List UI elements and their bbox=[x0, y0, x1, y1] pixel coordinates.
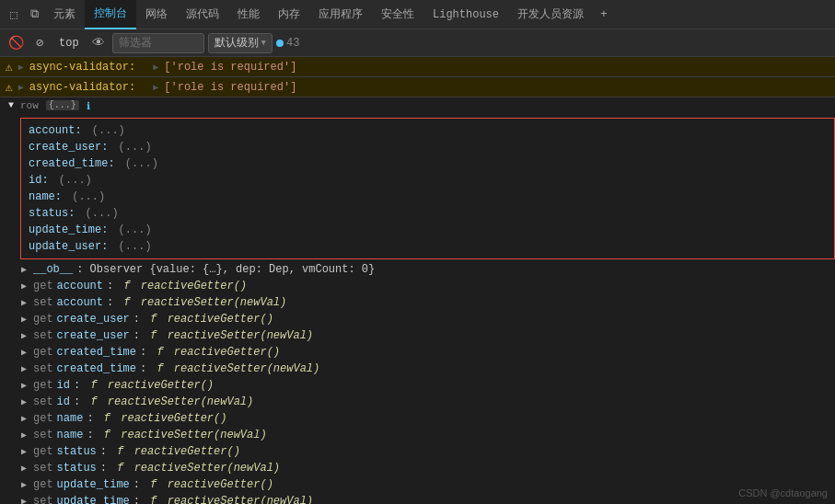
obj-field-update_user: update_user: (...) bbox=[29, 238, 827, 255]
tab-application[interactable]: 应用程序 bbox=[309, 0, 372, 29]
level-dropdown[interactable]: 默认级别 ▼ bbox=[208, 33, 273, 53]
warning-row-2: ⚠ ▶ async-validator: ▶ ['role is require… bbox=[0, 77, 835, 97]
warning-value-1: ['role is required'] bbox=[164, 61, 296, 74]
expand-arrow-2[interactable]: ▶ bbox=[153, 62, 158, 73]
row-expand-arrow[interactable]: ▼ bbox=[6, 100, 17, 110]
set-create_user-arrow[interactable]: ▶ bbox=[18, 330, 29, 341]
line-get-status: ▶ get status : f reactiveGetter() bbox=[0, 443, 835, 460]
tab-security[interactable]: 安全性 bbox=[372, 0, 423, 29]
badge-dot bbox=[276, 40, 284, 47]
top-nav: ⬚ ⧉ 元素 控制台 网络 源代码 性能 内存 应用程序 安全性 Lightho… bbox=[0, 0, 835, 29]
line-set-update_time: ▶ set update_time : f reactiveSetter(new… bbox=[0, 493, 835, 504]
line-set-create_user: ▶ set create_user : f reactiveSetter(new… bbox=[0, 327, 835, 344]
line-get-id: ▶ get id : f reactiveGetter() bbox=[0, 377, 835, 394]
tab-memory[interactable]: 内存 bbox=[269, 0, 309, 29]
warning-icon-1: ⚠ bbox=[6, 60, 13, 74]
obj-field-name: name: (...) bbox=[29, 189, 827, 205]
warning-space bbox=[141, 61, 147, 74]
add-tab-icon[interactable]: + bbox=[597, 7, 611, 22]
line-set-status: ▶ set status : f reactiveSetter(newVal) bbox=[0, 460, 835, 476]
obj-field-id: id: (...) bbox=[29, 172, 827, 189]
obj-field-update_time: update_time: (...) bbox=[29, 222, 827, 238]
get-account-arrow[interactable]: ▶ bbox=[18, 281, 29, 292]
warning-row-1: ⚠ ▶ async-validator: ▶ ['role is require… bbox=[0, 57, 835, 77]
watermark: CSDN @cdtaogang bbox=[738, 487, 828, 498]
get-id-arrow[interactable]: ▶ bbox=[18, 380, 29, 391]
console-content: ▼ row {...} ℹ account: (...) create_user… bbox=[0, 97, 835, 504]
filter-input[interactable] bbox=[119, 37, 174, 50]
object-box-container: account: (...) create_user: (...) create… bbox=[0, 118, 835, 259]
set-created_time-arrow[interactable]: ▶ bbox=[18, 363, 29, 374]
row-object-line: ▼ row {...} ℹ bbox=[0, 99, 835, 116]
tab-sources[interactable]: 源代码 bbox=[177, 0, 228, 29]
row-label: row bbox=[20, 100, 39, 111]
context-selector[interactable]: top bbox=[53, 37, 85, 50]
line-get-created_time: ▶ get created_time : f reactiveGetter() bbox=[0, 344, 835, 361]
device-icon[interactable]: ⧉ bbox=[27, 7, 41, 22]
obj-field-created_time: created_time: (...) bbox=[29, 155, 827, 172]
line-get-name: ▶ get name : f reactiveGetter() bbox=[0, 410, 835, 427]
get-update_time-arrow[interactable]: ▶ bbox=[18, 479, 29, 490]
warning-source-2: async-validator: bbox=[29, 81, 135, 94]
tab-console[interactable]: 控制台 bbox=[85, 0, 136, 29]
set-id-arrow[interactable]: ▶ bbox=[18, 396, 29, 407]
set-account-arrow[interactable]: ▶ bbox=[18, 297, 29, 308]
line-set-account: ▶ set account : f reactiveSetter(newVal) bbox=[0, 294, 835, 311]
toolbar: 🚫 ⊘ top 👁 默认级别 ▼ 43 bbox=[0, 29, 835, 57]
get-create_user-arrow[interactable]: ▶ bbox=[18, 314, 29, 325]
filter-box[interactable] bbox=[112, 33, 204, 53]
line-get-update_time: ▶ get update_time : f reactiveGetter() bbox=[0, 476, 835, 493]
expand-arrow-3[interactable]: ▶ bbox=[18, 82, 24, 93]
dropdown-arrow-icon: ▼ bbox=[261, 39, 266, 48]
inspect-icon[interactable]: ⬚ bbox=[6, 7, 21, 22]
object-box: account: (...) create_user: (...) create… bbox=[20, 118, 835, 259]
filter-toggle-button[interactable]: ⊘ bbox=[29, 33, 50, 53]
row-info-icon: ℹ bbox=[87, 100, 90, 112]
warning-value-2: ['role is required'] bbox=[164, 81, 296, 94]
obj-field-create_user: create_user: (...) bbox=[29, 139, 827, 155]
warning-icon-2: ⚠ bbox=[6, 80, 13, 95]
warning-source-1: async-validator: bbox=[29, 61, 135, 74]
line-set-name: ▶ set name : f reactiveSetter(newVal) bbox=[0, 427, 835, 443]
warning-space-2 bbox=[141, 81, 147, 94]
expand-arrow-1[interactable]: ▶ bbox=[18, 62, 24, 73]
line-ob: ▶ __ob__ : Observer {value: {…}, dep: De… bbox=[0, 261, 835, 278]
eye-icon[interactable]: 👁 bbox=[88, 33, 109, 53]
tab-lighthouse[interactable]: Lighthouse bbox=[423, 0, 508, 29]
tab-performance[interactable]: 性能 bbox=[228, 0, 269, 29]
tab-devresources[interactable]: 开发人员资源 bbox=[508, 0, 593, 29]
row-tag: {...} bbox=[46, 100, 79, 110]
obj-field-status: status: (...) bbox=[29, 205, 827, 222]
set-name-arrow[interactable]: ▶ bbox=[18, 430, 29, 441]
expand-arrow-4[interactable]: ▶ bbox=[153, 82, 158, 93]
obj-field-account: account: (...) bbox=[29, 122, 827, 139]
set-update_time-arrow[interactable]: ▶ bbox=[18, 496, 29, 504]
get-status-arrow[interactable]: ▶ bbox=[18, 446, 29, 457]
tab-elements[interactable]: 元素 bbox=[44, 0, 85, 29]
get-name-arrow[interactable]: ▶ bbox=[18, 413, 29, 424]
line-get-create_user: ▶ get create_user : f reactiveGetter() bbox=[0, 311, 835, 327]
line-set-id: ▶ set id : f reactiveSetter(newVal) bbox=[0, 394, 835, 410]
error-count-badge: 43 bbox=[276, 37, 299, 50]
line-set-created_time: ▶ set created_time : f reactiveSetter(ne… bbox=[0, 361, 835, 377]
ob-expand-arrow[interactable]: ▶ bbox=[18, 264, 29, 275]
clear-console-button[interactable]: 🚫 bbox=[6, 33, 26, 53]
set-status-arrow[interactable]: ▶ bbox=[18, 463, 29, 474]
tab-network[interactable]: 网络 bbox=[136, 0, 177, 29]
line-get-account: ▶ get account : f reactiveGetter() bbox=[0, 278, 835, 294]
get-created_time-arrow[interactable]: ▶ bbox=[18, 347, 29, 358]
